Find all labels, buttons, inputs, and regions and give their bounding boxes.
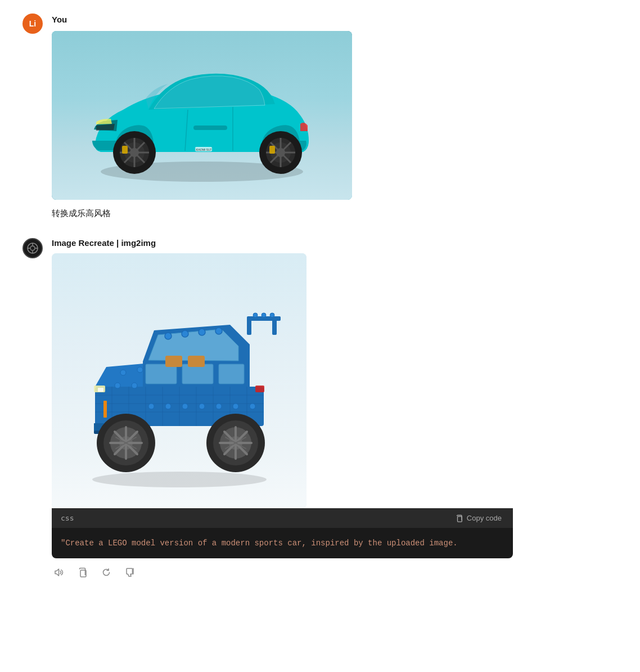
svg-rect-21 [269,146,275,154]
svg-rect-52 [182,364,213,384]
user-avatar: Li [22,14,43,34]
user-image-container: XIAOMI SU7 [52,31,618,200]
bot-message-row: Image Recreate | img2img [22,238,618,580]
svg-rect-59 [247,318,251,335]
svg-rect-20 [122,146,128,154]
svg-point-49 [199,329,205,335]
svg-point-45 [137,367,143,373]
svg-point-63 [115,383,120,388]
svg-rect-86 [98,388,103,392]
copy-button[interactable] [75,565,90,580]
svg-point-30 [92,472,267,487]
lego-car-svg [56,257,303,505]
svg-point-44 [120,370,126,375]
copy-code-button[interactable]: Copy code [453,513,504,523]
svg-rect-3 [193,126,227,130]
svg-point-92 [199,404,205,409]
chat-container: Li You [0,0,640,611]
bot-sender-name: Image Recreate | img2img [52,238,618,248]
user-message-row: Li You [22,14,618,220]
lego-car-image [52,253,307,508]
svg-point-61 [262,313,266,317]
bot-avatar [22,238,43,258]
action-buttons [52,565,618,580]
dislike-button[interactable] [123,565,137,580]
svg-rect-54 [165,356,182,367]
svg-point-48 [182,330,188,337]
svg-point-47 [165,333,172,339]
user-message-text: 转换成乐高风格 [52,207,618,220]
refresh-icon [101,567,111,577]
svg-rect-55 [188,356,205,367]
user-sender-name: You [52,14,618,25]
user-car-image: XIAOMI SU7 [52,31,352,200]
svg-rect-53 [219,364,244,384]
svg-point-95 [250,404,255,409]
volume-button[interactable] [52,565,66,580]
svg-rect-87 [255,386,264,392]
code-content: "Create a LEGO model version of a modern… [61,539,458,548]
svg-rect-88 [103,401,107,418]
dislike-icon [125,567,135,577]
user-message-content: You [52,14,618,220]
svg-rect-51 [146,364,177,384]
car-svg: XIAOMI SU7 [61,42,342,189]
copy-code-icon [456,514,463,522]
svg-rect-96 [457,516,462,522]
svg-point-93 [216,404,222,409]
refresh-button[interactable] [99,565,114,580]
bot-avatar-inner [24,239,42,257]
code-block-header: css Copy code [52,508,513,528]
code-block-body: "Create a LEGO model version of a modern… [52,528,513,558]
svg-point-62 [270,313,274,317]
copy-code-label: Copy code [467,514,502,522]
svg-point-94 [233,404,238,409]
bot-message-content: Image Recreate | img2img [52,238,618,580]
svg-point-64 [132,383,137,388]
svg-point-89 [148,404,154,409]
code-block: css Copy code "Create a LEGO model versi… [52,508,513,558]
svg-point-60 [253,313,258,317]
svg-point-91 [182,404,188,409]
svg-point-50 [215,328,222,334]
svg-rect-58 [272,318,277,335]
copy-response-icon [78,567,88,577]
code-language-label: css [61,514,74,522]
svg-point-25 [30,246,35,250]
svg-text:XIAOMI SU7: XIAOMI SU7 [196,148,212,151]
svg-point-90 [165,404,171,409]
volume-icon [54,567,64,577]
avatar-initials: Li [29,19,36,28]
bot-logo-icon [26,241,39,255]
